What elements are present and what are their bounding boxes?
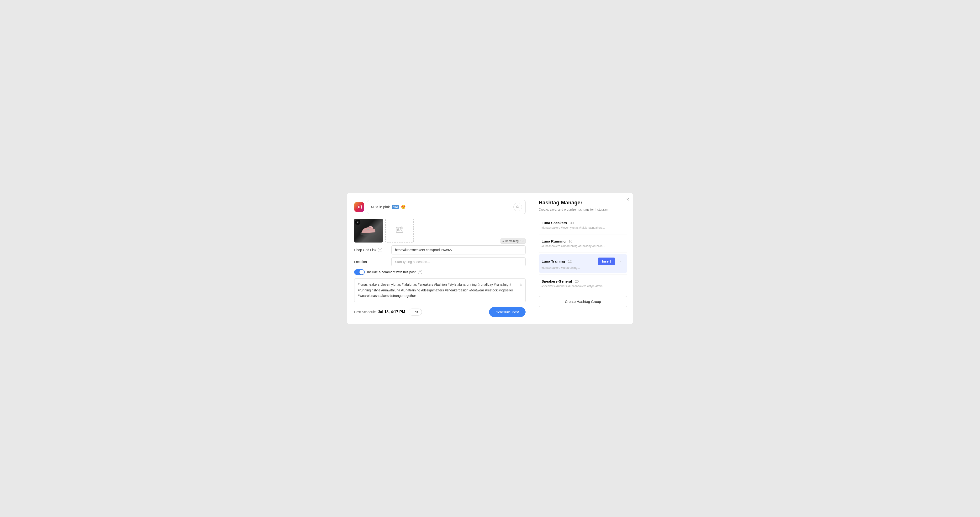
instagram-icon: [354, 202, 364, 212]
post-title: 418s in pink: [371, 205, 390, 209]
hashtag-group-sneakers-general[interactable]: Sneakers-General 20 #sneakers #runners #…: [539, 276, 627, 291]
divider-2: [539, 252, 627, 253]
hashtag-group-luna-running[interactable]: Luna Running 10 #lunasneakers #lunarunni…: [539, 236, 627, 251]
schedule-label: Post Schedule:: [354, 310, 377, 314]
group-hashtags-luna-training: #lunasneakers #lunatraining...: [542, 266, 624, 270]
shop-grid-help-icon[interactable]: ?: [378, 248, 382, 252]
shop-grid-link-field: Shop Grid Link ?: [354, 245, 525, 254]
svg-rect-0: [357, 205, 361, 209]
svg-point-5: [366, 229, 367, 230]
schedule-date: Jul 18, 4:17 PM: [378, 310, 405, 314]
group-count-luna-running: 10: [568, 239, 572, 243]
svg-point-2: [360, 206, 361, 206]
group-header-sneakers-general: Sneakers-General 20: [542, 279, 624, 284]
comment-toggle[interactable]: [354, 269, 365, 275]
comment-toggle-help-icon[interactable]: ?: [418, 270, 422, 274]
remaining-badge: # Remaining: 10: [501, 238, 525, 244]
image-thumbnail[interactable]: ×: [354, 219, 383, 243]
group-hashtags-luna-running: #lunasneakers #lunarunning #runallday #r…: [542, 244, 624, 248]
group-actions-luna-training: Insert ⋮: [598, 257, 624, 265]
emoji-button[interactable]: ☺: [513, 203, 522, 211]
close-button[interactable]: ×: [626, 197, 629, 202]
comment-toggle-label: Include a comment with this post: [367, 270, 415, 274]
smiley-icon: ☺: [515, 205, 520, 209]
group-header-luna-training: Luna Training 12 Insert ⋮: [542, 257, 624, 265]
add-image-icon: [396, 226, 403, 235]
hashtag-textarea-wrapper[interactable]: #lunasneakers #lovemylunas #lalalunas #s…: [354, 278, 525, 302]
comment-toggle-row: Include a comment with this post ?: [354, 269, 525, 275]
svg-point-6: [367, 229, 368, 230]
post-title-area: 418s in pink NEW 😍 ☺: [367, 200, 525, 214]
post-title-content: 418s in pink NEW 😍: [371, 205, 406, 209]
svg-point-7: [368, 229, 369, 230]
hashtag-manager-description: Create, save, and organize hashtags for …: [539, 207, 627, 212]
group-hashtags-sneakers-general: #sneakers #runners #lunasneakers #style …: [542, 284, 624, 288]
post-panel: 418s in pink NEW 😍 ☺: [347, 193, 533, 324]
panel-header: 418s in pink NEW 😍 ☺: [354, 200, 525, 214]
group-name-sneakers-general: Sneakers-General: [542, 279, 572, 283]
group-count-sneakers-general: 20: [575, 279, 579, 283]
edit-button[interactable]: Edit: [409, 309, 422, 316]
shop-grid-link-input[interactable]: [391, 245, 525, 254]
toggle-knob: [360, 270, 364, 274]
svg-point-1: [358, 206, 360, 208]
images-area: × # Remaining: 10: [354, 219, 525, 243]
hashtag-group-luna-training[interactable]: Luna Training 12 Insert ⋮ #lunasneakers …: [539, 254, 627, 273]
schedule-post-button[interactable]: Schedule Post: [489, 307, 525, 317]
location-field: Location: [354, 257, 525, 266]
group-count-luna-training: 12: [568, 260, 572, 263]
group-header-luna-running: Luna Running 10: [542, 239, 624, 243]
svg-point-9: [398, 229, 399, 230]
post-footer: Post Schedule: Jul 18, 4:17 PM Edit Sche…: [354, 307, 525, 317]
insert-button-luna-training[interactable]: Insert: [598, 257, 615, 265]
divider-1: [539, 234, 627, 235]
location-input[interactable]: [391, 257, 525, 266]
group-count-luna-sneakers: 30: [570, 221, 574, 225]
more-options-luna-training[interactable]: ⋮: [617, 258, 624, 265]
new-badge: NEW: [392, 205, 399, 209]
group-name-luna-sneakers: Luna Sneakers: [542, 221, 567, 225]
schedule-info: Post Schedule: Jul 18, 4:17 PM Edit: [354, 309, 422, 316]
create-hashtag-group-button[interactable]: Create Hashtag Group: [539, 296, 627, 307]
group-hashtags-luna-sneakers: #lunasneakers #lovemylunas #lalalunasnea…: [542, 226, 624, 229]
hashtag-group-luna-sneakers[interactable]: Luna Sneakers 30 #lunasneakers #lovemylu…: [539, 217, 627, 233]
svg-point-4: [365, 230, 366, 231]
group-header-luna-sneakers: Luna Sneakers 30: [542, 221, 624, 225]
group-name-luna-training: Luna Training: [542, 259, 565, 263]
hashtag-manager-title: Hashtag Manager: [539, 200, 627, 206]
hashtag-text-content: #lunasneakers #lovemylunas #lalalunas #s…: [358, 282, 522, 299]
divider-3: [539, 274, 627, 274]
add-image-button[interactable]: [385, 219, 414, 243]
location-label: Location: [354, 260, 388, 264]
remove-image-button[interactable]: ×: [355, 220, 360, 225]
hashtag-icon: #: [520, 282, 522, 287]
hashtag-manager-panel: × Hashtag Manager Create, save, and orga…: [533, 193, 633, 324]
shop-grid-link-label: Shop Grid Link ?: [354, 248, 388, 252]
group-name-luna-running: Luna Running: [542, 239, 566, 243]
emoji-decoration: 😍: [401, 205, 406, 209]
